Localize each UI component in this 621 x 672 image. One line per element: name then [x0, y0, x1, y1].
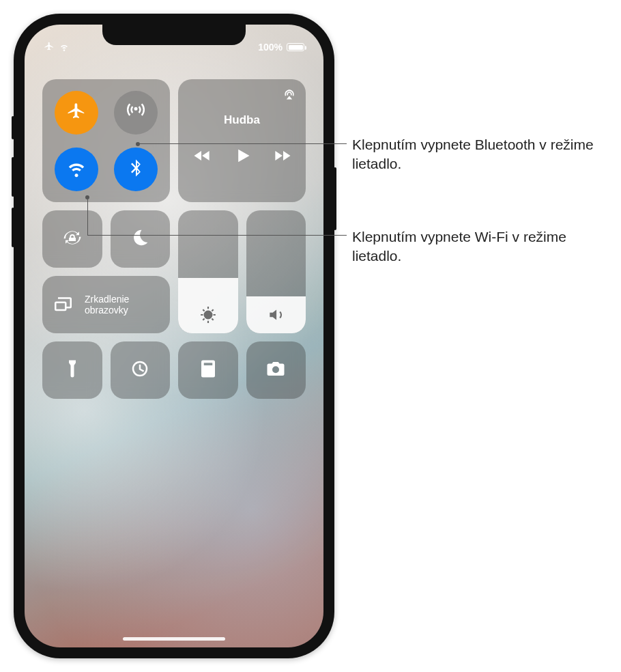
- callout-leader-bluetooth: [139, 143, 347, 144]
- orientation-lock-toggle[interactable]: [42, 210, 102, 268]
- battery-icon: [287, 43, 304, 51]
- calculator-icon: [198, 359, 218, 382]
- flashlight-button[interactable]: [42, 341, 102, 399]
- camera-button[interactable]: [246, 341, 306, 399]
- callout-bluetooth: Klepnutím vypnete Bluetooth v režime lie…: [352, 135, 611, 174]
- airplay-icon: [283, 92, 296, 103]
- camera-icon: [265, 359, 286, 382]
- rewind-button[interactable]: [192, 146, 211, 168]
- bluetooth-icon: [126, 158, 146, 181]
- brightness-icon: [178, 306, 238, 324]
- volume-slider[interactable]: [246, 210, 306, 333]
- mute-switch: [12, 116, 14, 139]
- airplay-button[interactable]: [283, 87, 296, 104]
- volume-icon: [246, 306, 306, 324]
- wifi-icon: [66, 158, 87, 181]
- side-button: [334, 167, 336, 230]
- cellular-data-toggle[interactable]: [114, 91, 158, 135]
- flashlight-icon: [62, 359, 83, 382]
- screen-mirroring-button[interactable]: Zrkadlenie obrazovky: [42, 276, 170, 333]
- airplane-status-icon: [44, 41, 55, 54]
- battery-percentage: 100%: [258, 42, 283, 53]
- fast-forward-button[interactable]: [274, 146, 293, 168]
- brightness-slider[interactable]: [178, 210, 238, 333]
- play-button[interactable]: [233, 146, 252, 168]
- orientation-lock-icon: [62, 227, 83, 251]
- control-center: Hudba: [42, 79, 306, 399]
- moon-icon: [130, 227, 150, 251]
- volume-up-button: [12, 157, 14, 197]
- iphone-frame: 100%: [14, 14, 334, 658]
- media-title: Hudba: [224, 113, 260, 127]
- timer-button[interactable]: [111, 341, 171, 399]
- callout-wifi: Klepnutím vypnete Wi-Fi v režime lietadl…: [352, 227, 611, 266]
- airplane-mode-toggle[interactable]: [55, 91, 98, 135]
- connectivity-group[interactable]: [42, 79, 170, 202]
- volume-down-button: [12, 208, 14, 247]
- notch: [102, 25, 246, 45]
- home-indicator[interactable]: [123, 637, 225, 641]
- wifi-toggle[interactable]: [55, 148, 98, 191]
- wifi-status-icon: [59, 41, 70, 54]
- screen: 100%: [25, 25, 323, 647]
- callout-leader-wifi: [87, 235, 347, 236]
- screen-mirroring-label: Zrkadlenie obrazovky: [85, 294, 129, 316]
- media-controls[interactable]: Hudba: [178, 79, 306, 202]
- do-not-disturb-toggle[interactable]: [111, 210, 171, 268]
- calculator-button[interactable]: [178, 341, 238, 399]
- bluetooth-toggle[interactable]: [114, 148, 158, 191]
- timer-icon: [130, 359, 150, 382]
- screen-mirroring-icon: [55, 293, 75, 316]
- cellular-icon: [126, 101, 146, 124]
- airplane-icon: [66, 101, 87, 124]
